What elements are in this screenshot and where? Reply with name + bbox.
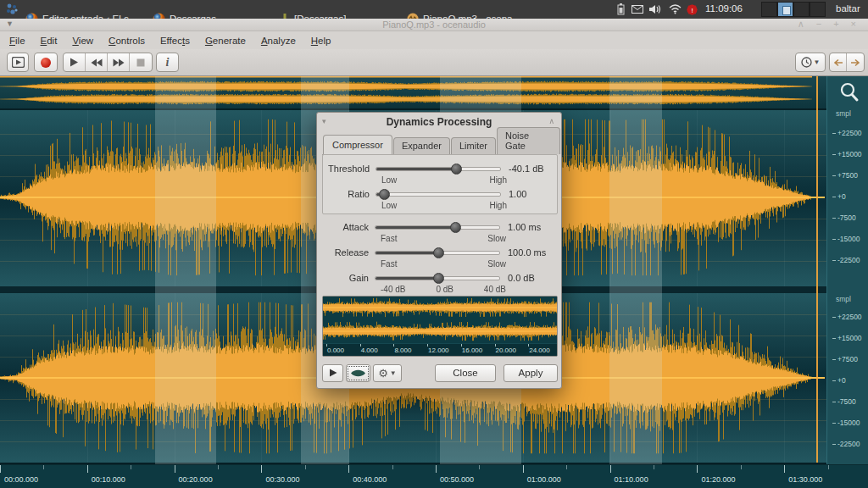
timeline-label: 01:30.000 <box>788 475 822 484</box>
tab-expander[interactable]: Expander <box>393 137 450 154</box>
slider-value: 1.00 ms <box>500 222 541 232</box>
workspace-4[interactable] <box>810 2 826 17</box>
transport-group <box>63 53 153 72</box>
preview-settings-button[interactable]: ⚙▼ <box>373 364 402 382</box>
maximize-button[interactable]: + <box>833 19 838 30</box>
redo-forward-button[interactable] <box>847 53 864 71</box>
menu-generate[interactable]: Generate <box>198 34 253 47</box>
dialog-button-row: ⚙▼ Close Apply <box>322 363 558 382</box>
clock-icon <box>801 57 812 68</box>
slider-sublabels: LowHigh <box>381 175 507 186</box>
app-menu-icon[interactable] <box>5 3 19 16</box>
window-title: PianoQ.mp3 - ocenaudio <box>0 19 868 30</box>
stop-button[interactable] <box>130 53 152 71</box>
preview-canvas[interactable] <box>323 297 557 344</box>
selection-band[interactable] <box>609 76 662 464</box>
timeline-label: 00:10.000 <box>92 475 125 484</box>
slider-value: 100.0 ms <box>500 247 546 258</box>
selection-band[interactable] <box>155 76 216 464</box>
tab-limiter[interactable]: Limiter <box>451 137 496 154</box>
slider-knob[interactable] <box>433 273 444 284</box>
ratio-slider[interactable] <box>376 187 501 201</box>
slider-knob[interactable] <box>379 189 390 200</box>
menu-edit[interactable]: Edit <box>33 34 65 47</box>
tab-compressor[interactable]: Compressor <box>323 135 392 154</box>
info-icon: i <box>166 56 170 69</box>
battery-icon[interactable] <box>614 3 627 16</box>
dialog-collapse-right-icon[interactable]: ∧ <box>548 117 554 125</box>
close-button[interactable]: Close <box>435 364 496 382</box>
close-window-button[interactable]: × <box>851 19 856 30</box>
timeline-label: 01:10.000 <box>615 475 648 484</box>
timeline-label: 00:20.000 <box>179 475 213 484</box>
timeline-major-tick <box>87 465 88 473</box>
volume-tray-icon[interactable] <box>648 3 662 16</box>
amplitude-ruler[interactable]: smpl+22500+15000+7500+0-7500-15000-22500… <box>826 76 868 464</box>
timeline-minor-tick <box>218 465 219 469</box>
slider-sublabel: 0 dB <box>436 285 453 295</box>
workspace-3[interactable] <box>793 2 810 17</box>
rewind-button[interactable] <box>86 53 108 71</box>
slider-knob[interactable] <box>433 247 444 258</box>
preview-tick-label: 16.000 <box>462 347 482 354</box>
menu-effects[interactable]: Effects <box>153 34 198 47</box>
workspace-1[interactable] <box>761 2 777 17</box>
slider-row-attack: Attack1.00 msFastSlow <box>322 220 558 246</box>
ruler-tick-label: +0 <box>832 376 846 385</box>
preview-play-button[interactable] <box>322 364 343 382</box>
ruler-tick-label: -22500 <box>832 256 860 264</box>
tab-noise-gate[interactable]: Noise Gate <box>497 127 560 154</box>
slider-knob[interactable] <box>450 222 461 233</box>
timeline-label: 01:20.000 <box>701 475 735 484</box>
menu-file[interactable]: File <box>2 34 33 47</box>
record-button[interactable] <box>34 53 58 72</box>
info-button[interactable]: i <box>156 53 179 72</box>
undo-back-button[interactable] <box>830 53 847 71</box>
attack-slider[interactable] <box>375 220 500 234</box>
minimize-button[interactable]: − <box>816 19 821 30</box>
preview-tick-label: 8.000 <box>394 347 411 354</box>
timeline-minor-tick <box>392 465 393 469</box>
play-button[interactable] <box>64 53 86 71</box>
apply-button[interactable]: Apply <box>504 364 558 382</box>
slider-row-gain: Gain0.0 dB-40 dB0 dB40 dB <box>322 271 558 297</box>
timeline-ruler[interactable]: 00:00.00000:10.00000:20.00000:30.00000:4… <box>0 464 868 488</box>
time-format-button[interactable]: ▼ <box>795 53 826 72</box>
workspace-2[interactable] <box>777 2 793 17</box>
menu-controls[interactable]: Controls <box>101 34 153 47</box>
ruler-tick-label: +7500 <box>832 355 858 363</box>
threshold-slider[interactable] <box>376 162 501 175</box>
username-menu[interactable]: baltar <box>836 3 860 14</box>
ruler-tick-label: +15000 <box>832 334 862 342</box>
gain-slider[interactable] <box>375 271 500 285</box>
history-group <box>829 53 865 72</box>
ruler-tick-label: +22500 <box>832 129 862 137</box>
menu-analyze[interactable]: Analyze <box>253 34 303 47</box>
wifi-icon[interactable] <box>668 3 682 16</box>
ruler-tick-label: -15000 <box>832 419 860 427</box>
menu-view[interactable]: View <box>64 34 101 47</box>
slider-value: 1.00 <box>501 189 526 199</box>
menu-help[interactable]: Help <box>303 34 339 47</box>
preview-time-axis: 0.0004.0008.00012.00016.00020.00024.000 <box>323 343 557 356</box>
preview-waveform[interactable]: 0.0004.0008.00012.00016.00020.00024.000 <box>322 296 558 357</box>
zoom-tool-icon[interactable] <box>837 80 861 104</box>
release-slider[interactable] <box>375 246 500 259</box>
screen: Editar entrada ‹ El chalé de ...Descarga… <box>0 0 868 488</box>
slider-line: Threshold-40.1 dB <box>323 162 559 175</box>
timeline-major-tick <box>175 465 175 473</box>
mail-icon[interactable] <box>631 3 644 16</box>
taskbar: Editar entrada ‹ El chalé de ...Descarga… <box>0 0 868 19</box>
slider-knob[interactable] <box>451 164 462 175</box>
workspace-pager[interactable] <box>761 2 826 17</box>
slider-fill <box>376 252 438 254</box>
ruler-tick-label: -7500 <box>832 214 856 222</box>
slider-value: 0.0 dB <box>500 273 535 283</box>
play-options-button[interactable] <box>7 53 29 72</box>
timeline-major-tick <box>436 465 437 473</box>
updates-icon[interactable]: ! <box>685 3 698 16</box>
preview-waveform-button[interactable] <box>346 364 370 382</box>
shade-button[interactable]: ∧ <box>798 19 804 30</box>
fast-forward-button[interactable] <box>108 53 130 71</box>
timeline-minor-tick <box>43 465 44 469</box>
